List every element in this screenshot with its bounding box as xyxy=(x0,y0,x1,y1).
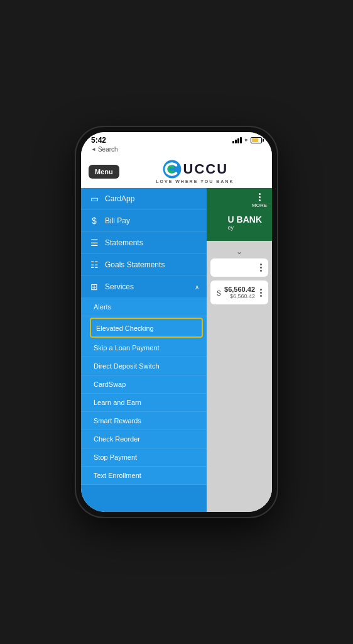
services-icon: ⊞ xyxy=(89,282,100,292)
status-icons: ⌖ xyxy=(232,136,262,144)
submenu-text-enrollment-label: Text Enrollment xyxy=(94,472,141,479)
submenu-item-skip-loan[interactable]: Skip a Loan Payment xyxy=(81,339,207,357)
search-bar-area: ◄ Search xyxy=(81,146,272,155)
submenu-elevated-checking-label: Elevated Checking xyxy=(96,325,154,332)
three-dot-menu-2[interactable] xyxy=(260,289,262,297)
collapse-row[interactable]: ⌄ xyxy=(210,245,268,258)
billpay-icon: $ xyxy=(89,216,100,226)
status-time: 5:42 xyxy=(91,136,106,145)
phone-screen: 5:42 ⌖ ◄ Search Men xyxy=(81,132,272,512)
amount-main: $6,560.42 xyxy=(224,286,255,293)
bank-sub: ey xyxy=(228,225,262,231)
chevron-down-icon: ⌄ xyxy=(236,247,242,256)
app-header: Menu UCCU LOVE WHERE YOU BANK xyxy=(81,155,272,188)
services-submenu: Alerts Elevated Checking Skip a Loan Pay… xyxy=(81,298,207,485)
sidebar-item-statements[interactable]: ☰ Statements xyxy=(81,232,207,254)
submenu-skip-loan-label: Skip a Loan Payment xyxy=(94,344,160,352)
logo-container: UCCU xyxy=(162,159,229,179)
submenu-item-cardswap[interactable]: CardSwap xyxy=(81,375,207,394)
sidebar-item-services[interactable]: ⊞ Services ∧ xyxy=(81,276,207,298)
back-arrow-icon: ◄ xyxy=(91,147,96,152)
wifi-icon: ⌖ xyxy=(244,136,248,144)
right-top-section: MORE U BANK ey xyxy=(207,188,272,241)
sidebar-item-services-label: Services xyxy=(105,282,190,291)
services-section: ⊞ Services ∧ Alerts Elevated Checking xyxy=(81,276,207,485)
more-button[interactable]: MORE xyxy=(252,193,267,208)
goals-icon: ☷ xyxy=(89,260,100,270)
three-dot-menu-1[interactable] xyxy=(260,264,262,272)
search-label: Search xyxy=(98,146,118,153)
sidebar-item-billpay[interactable]: $ Bill Pay xyxy=(81,210,207,232)
submenu-item-check-reorder[interactable]: Check Reorder xyxy=(81,430,207,448)
submenu-alerts-label: Alerts xyxy=(94,303,111,311)
submenu-smart-rewards-label: Smart Rewards xyxy=(94,417,141,425)
statements-icon: ☰ xyxy=(89,238,100,248)
account-row-2: S $6,560.42 $6,560.42 xyxy=(210,280,268,304)
menu-button[interactable]: Menu xyxy=(89,165,119,179)
bank-text-area: U BANK ey xyxy=(223,209,267,236)
submenu-item-elevated-checking[interactable]: Elevated Checking xyxy=(90,318,203,338)
bank-name: U BANK xyxy=(228,214,262,225)
search-back[interactable]: ◄ Search xyxy=(91,146,262,153)
phone-shell: 5:42 ⌖ ◄ Search Men xyxy=(76,127,277,517)
cardapp-icon: ▭ xyxy=(89,194,100,204)
logo-text: UCCU xyxy=(183,161,229,177)
sidebar-item-billpay-label: Bill Pay xyxy=(105,216,199,225)
submenu-stop-payment-label: Stop Payment xyxy=(94,453,137,461)
submenu-item-learn-earn[interactable]: Learn and Earn xyxy=(81,394,207,412)
savings-label: S xyxy=(217,290,221,297)
accounts-area: ⌄ xyxy=(207,241,272,512)
submenu-direct-deposit-label: Direct Deposit Switch xyxy=(94,362,160,370)
submenu-item-stop-payment[interactable]: Stop Payment xyxy=(81,448,207,467)
signal-icon xyxy=(232,137,242,143)
amount-display: $6,560.42 $6,560.42 xyxy=(224,286,255,299)
sidebar-item-cardapp-label: CardApp xyxy=(105,194,199,203)
battery-icon xyxy=(251,137,262,143)
sidebar-item-statements-label: Statements xyxy=(105,238,199,247)
sidebar-item-goals-label: Goals Statements xyxy=(105,260,199,269)
submenu-check-reorder-label: Check Reorder xyxy=(94,435,140,443)
more-label: MORE xyxy=(252,203,267,208)
sidebar-item-cardapp[interactable]: ▭ CardApp xyxy=(81,188,207,210)
submenu-cardswap-label: CardSwap xyxy=(94,380,126,388)
status-bar: 5:42 ⌖ xyxy=(81,132,272,146)
account-row-1 xyxy=(210,258,268,277)
submenu-item-direct-deposit[interactable]: Direct Deposit Switch xyxy=(81,357,207,375)
logo-tagline: LOVE WHERE YOU BANK xyxy=(156,179,234,184)
submenu-item-text-enrollment[interactable]: Text Enrollment xyxy=(81,467,207,485)
right-panel: MORE U BANK ey ⌄ xyxy=(207,188,272,512)
amount-sub: $6,560.42 xyxy=(230,293,255,299)
logo-icon xyxy=(162,159,182,179)
sidebar-item-goals-statements[interactable]: ☷ Goals Statements xyxy=(81,254,207,276)
submenu-learn-earn-label: Learn and Earn xyxy=(94,399,141,406)
main-area: ▭ CardApp $ Bill Pay ☰ Statements ☷ Goal… xyxy=(81,188,272,512)
submenu-item-smart-rewards[interactable]: Smart Rewards xyxy=(81,412,207,430)
services-chevron-icon: ∧ xyxy=(195,284,199,291)
sidebar: ▭ CardApp $ Bill Pay ☰ Statements ☷ Goal… xyxy=(81,188,207,512)
logo-area: UCCU LOVE WHERE YOU BANK xyxy=(126,159,264,184)
submenu-item-alerts[interactable]: Alerts xyxy=(81,298,207,316)
